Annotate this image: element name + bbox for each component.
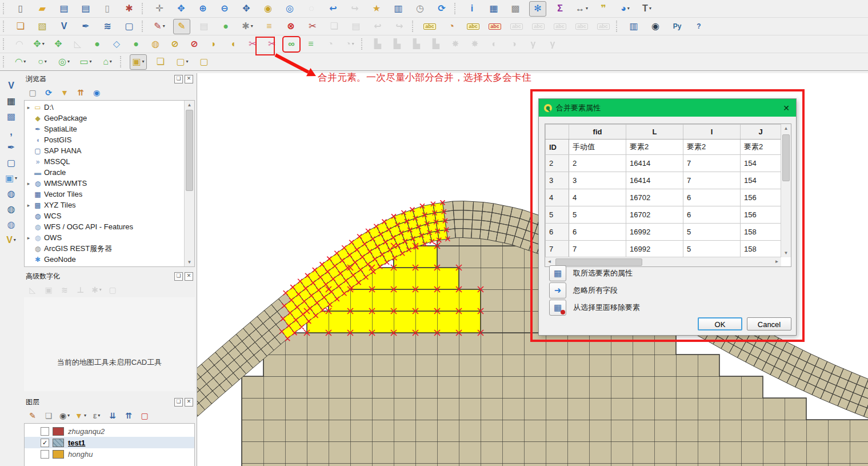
- db-manager-icon[interactable]: ▥: [626, 19, 642, 34]
- layer-labeling-icon[interactable]: abc: [422, 19, 438, 34]
- zoom-to-selection-icon[interactable]: ◉: [260, 2, 276, 16]
- regular-polygon-dropdown-icon[interactable]: ▾: [110, 59, 112, 64]
- add-part-icon[interactable]: ●: [128, 37, 144, 51]
- toolbar-handle[interactable]: [361, 38, 366, 50]
- zoom-to-layer-icon[interactable]: ◎: [282, 2, 298, 16]
- browser-item-wfs-ogc-api-features[interactable]: ◍WFS / OGC API - Features: [25, 221, 194, 232]
- row-header[interactable]: 7: [546, 241, 569, 258]
- table-cell[interactable]: 156: [741, 206, 781, 224]
- current-edits-dropdown-icon[interactable]: ▾: [163, 24, 165, 29]
- new-bookmark-icon[interactable]: ★: [369, 2, 385, 16]
- row-header[interactable]: 4: [546, 189, 569, 206]
- add-wfs-layer-icon[interactable]: ◍: [3, 217, 19, 232]
- table-cell[interactable]: 7: [683, 155, 741, 172]
- offset-curve-icon[interactable]: ◗: [206, 37, 222, 51]
- merge-strategy-cell[interactable]: 手动值: [569, 140, 626, 155]
- move-feature-dropdown-icon[interactable]: ▾: [42, 42, 45, 46]
- vertex-tool-dropdown-icon[interactable]: ▾: [251, 24, 253, 29]
- table-cell[interactable]: 5: [683, 224, 741, 241]
- merge-strategy-cell[interactable]: 要素2: [683, 140, 741, 155]
- pin-labels-icon[interactable]: abc: [465, 19, 481, 34]
- dialog-close-icon[interactable]: ✕: [781, 103, 791, 113]
- ellipse-dropdown-icon[interactable]: ▾: [67, 59, 70, 64]
- highlight-labels-icon[interactable]: abc: [487, 19, 503, 34]
- add-group-icon[interactable]: ❏: [42, 409, 55, 422]
- add-delimited-text-layer-icon[interactable]: ,: [3, 125, 19, 139]
- toolbar-handle[interactable]: [412, 21, 417, 32]
- browser-add-selected-layers-icon[interactable]: ▢: [26, 86, 39, 99]
- expand-all-icon[interactable]: ⇊: [106, 409, 119, 422]
- delete-selected-icon[interactable]: ⊗: [283, 19, 299, 34]
- filter-legend-icon[interactable]: ▼▾: [74, 409, 87, 422]
- circular-string-dropdown-icon[interactable]: ▾: [23, 59, 26, 64]
- new-shapefile-layer-icon[interactable]: V: [56, 19, 72, 34]
- copy-move-feature-icon[interactable]: ✥: [50, 37, 66, 51]
- browser-refresh-icon[interactable]: ⟳: [42, 86, 55, 99]
- browser-float-button[interactable]: ❏: [174, 75, 183, 83]
- new-mesh-layer-icon[interactable]: ≋: [99, 19, 115, 34]
- new-virtual-layer-icon[interactable]: ▢: [121, 19, 137, 34]
- table-vscrollbar[interactable]: ▲▼: [781, 124, 791, 257]
- table-cell[interactable]: 7: [569, 241, 626, 258]
- browser-item-mssql[interactable]: »MSSQL: [25, 156, 194, 167]
- rectangle-icon[interactable]: ▭▾: [78, 55, 94, 69]
- fill-ring-icon[interactable]: ◍: [147, 37, 163, 51]
- rectangle-dropdown-icon[interactable]: ▾: [90, 59, 92, 64]
- measure-icon[interactable]: ↔▾: [574, 2, 590, 16]
- column-header-J[interactable]: J: [741, 125, 781, 140]
- text-annotation-dropdown-icon[interactable]: ▾: [649, 6, 651, 11]
- column-header-fid[interactable]: fid: [569, 125, 626, 140]
- merge-attributes-table[interactable]: fidLIJID手动值要素2要素2要素222164147154331641471…: [545, 124, 791, 267]
- table-row[interactable]: 22164147154: [546, 155, 781, 172]
- measure-dropdown-icon[interactable]: ▾: [586, 6, 588, 11]
- toolbar-handle[interactable]: [3, 21, 8, 32]
- toolbar-handle[interactable]: [454, 3, 459, 14]
- offset-point-symbol-dropdown-icon[interactable]: ▾: [352, 42, 354, 46]
- table-cell[interactable]: 16414: [626, 155, 683, 172]
- table-row[interactable]: 77169925158: [546, 241, 781, 258]
- filter-legend-dropdown-icon[interactable]: ▾: [84, 413, 86, 418]
- identify-features-icon[interactable]: i: [464, 2, 480, 16]
- add-mesh-layer-icon[interactable]: ▩: [3, 109, 19, 124]
- layers-close-button[interactable]: ✕: [185, 398, 193, 407]
- locator-dropdown-icon[interactable]: ▾: [627, 6, 630, 11]
- column-header-L[interactable]: L: [626, 125, 683, 140]
- circle-icon[interactable]: ○▾: [34, 55, 50, 69]
- merge-selected-features-icon[interactable]: ∞: [283, 37, 299, 51]
- refresh-map-icon[interactable]: ⟳: [434, 2, 450, 16]
- table-row[interactable]: 33164147154: [546, 172, 781, 189]
- browser-item-ows[interactable]: ▸◍OWS: [25, 232, 194, 243]
- data-source-manager-icon[interactable]: ❏: [13, 19, 29, 34]
- cancel-button[interactable]: Cancel: [747, 317, 791, 330]
- metasearch-icon[interactable]: ◉: [647, 19, 663, 34]
- circular-string-icon[interactable]: ◠▾: [13, 55, 29, 69]
- browser-item-sap-hana[interactable]: ▢SAP HANA: [25, 145, 194, 156]
- skip-all-fields-button[interactable]: ➜: [549, 282, 566, 298]
- table-cell[interactable]: 5: [683, 241, 741, 258]
- table-cell[interactable]: 5: [569, 206, 626, 224]
- table-cell[interactable]: 2: [569, 155, 626, 172]
- table-row[interactable]: 55167026156: [546, 206, 781, 224]
- toolbar-handle[interactable]: [142, 21, 147, 32]
- row-header[interactable]: 5: [546, 206, 569, 224]
- add-raster-layer-icon[interactable]: ▦: [3, 94, 19, 108]
- cad-float-button[interactable]: ❏: [174, 272, 183, 281]
- ellipse-icon[interactable]: ◎▾: [56, 55, 72, 69]
- temporal-controller-icon[interactable]: ◷: [412, 2, 428, 16]
- filter-by-expression-dropdown-icon[interactable]: ▾: [98, 413, 100, 418]
- table-cell[interactable]: 158: [741, 224, 781, 241]
- add-virtual-layer-icon[interactable]: ▢: [3, 156, 19, 170]
- table-row[interactable]: 44167026156: [546, 189, 781, 206]
- add-ring-icon[interactable]: ◇: [109, 37, 125, 51]
- browser-item-wcs[interactable]: ◍WCS: [25, 210, 194, 221]
- column-header-I[interactable]: I: [683, 125, 741, 140]
- expand-arrow-icon[interactable]: ▸: [25, 235, 33, 241]
- style-manager-icon[interactable]: ✱: [121, 2, 137, 16]
- project-properties-icon[interactable]: ▯: [99, 2, 115, 16]
- table-cell[interactable]: 154: [741, 172, 781, 189]
- table-row[interactable]: 66169925158: [546, 224, 781, 241]
- collapse-all-icon[interactable]: ⇈: [122, 409, 135, 422]
- table-cell[interactable]: 4: [569, 189, 626, 206]
- text-annotation-icon[interactable]: T▾: [639, 2, 655, 16]
- save-project-as-icon[interactable]: ▤: [78, 2, 94, 16]
